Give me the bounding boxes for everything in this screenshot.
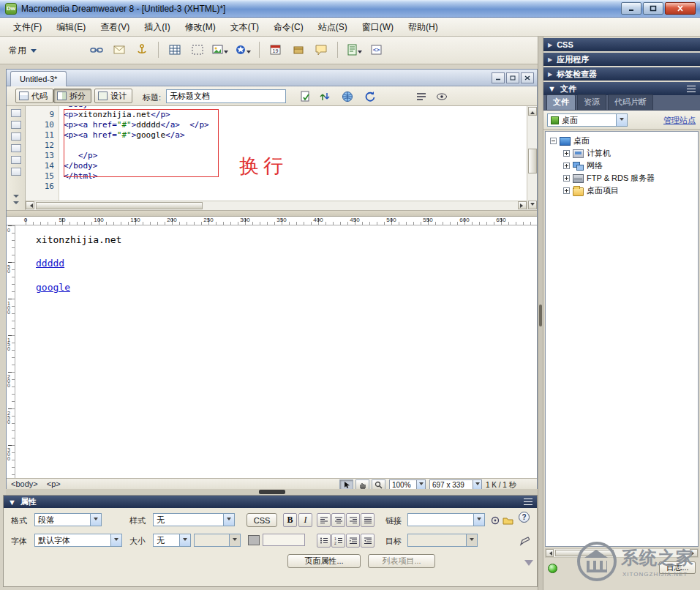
menu-item[interactable]: 编辑(E) (49, 18, 93, 36)
code-view-button[interactable]: 代码 (15, 89, 53, 103)
insert-table-icon[interactable] (166, 41, 184, 59)
server-include-icon[interactable] (290, 41, 307, 59)
menu-item[interactable]: 文本(T) (223, 18, 266, 36)
scroll-left-icon[interactable] (546, 549, 554, 557)
menu-item[interactable]: 修改(M) (178, 18, 223, 36)
select-tool-button[interactable] (339, 479, 353, 490)
menu-item[interactable]: 帮助(H) (401, 18, 445, 36)
comment-icon[interactable] (312, 41, 330, 59)
collapse-selection-icon[interactable] (11, 132, 21, 141)
format-combo[interactable]: 段落 (34, 513, 102, 526)
design-text[interactable]: xitonzhijia.net (36, 234, 121, 245)
select-parent-tag-icon[interactable] (11, 156, 21, 164)
italic-button[interactable]: I (298, 513, 312, 527)
outdent-icon[interactable] (346, 534, 360, 548)
doc-title-input[interactable] (166, 89, 286, 103)
zoom-tool-button[interactable] (372, 479, 385, 490)
named-anchor-icon[interactable] (133, 41, 151, 59)
scrollbar-thumb[interactable] (36, 202, 203, 209)
insert-image-icon[interactable] (211, 41, 229, 59)
scroll-down-icon[interactable] (528, 201, 537, 209)
scrollbar-thumb[interactable] (528, 149, 537, 173)
visual-aids-icon[interactable] (434, 89, 450, 104)
refresh-icon[interactable] (362, 89, 378, 104)
style-combo[interactable]: 无 (153, 513, 235, 526)
files-tab[interactable]: 文件 (546, 94, 576, 110)
color-hex-input[interactable] (263, 534, 305, 546)
split-view-button[interactable]: 拆分 (53, 89, 91, 103)
tree-item[interactable]: FTP & RDS 服务器 (546, 172, 698, 184)
insert-date-icon[interactable]: 19 (267, 41, 285, 59)
code-design-splitter[interactable] (7, 210, 537, 217)
files-panel-header[interactable]: ▼ 文件 (543, 82, 700, 95)
balance-braces-icon[interactable] (11, 168, 21, 176)
text-color-well[interactable] (248, 535, 260, 545)
scrollbar-thumb[interactable] (555, 550, 614, 556)
size-combo[interactable]: 无 (153, 534, 191, 547)
help-icon[interactable]: ? (519, 512, 530, 523)
panel-header[interactable]: ▶CSS (543, 38, 700, 51)
tree-expander[interactable] (563, 150, 570, 157)
code-vertical-scrollbar[interactable] (527, 106, 537, 210)
minimize-button[interactable] (621, 2, 641, 15)
coding-toolbar-overflow[interactable] (13, 195, 19, 207)
tree-item[interactable]: 计算机 (546, 147, 698, 160)
browse-folder-icon[interactable] (501, 513, 515, 527)
design-link[interactable]: google (36, 282, 70, 293)
hand-tool-button[interactable] (355, 479, 369, 490)
open-documents-icon[interactable] (11, 109, 21, 117)
css-button[interactable]: CSS (246, 513, 277, 527)
tree-expander[interactable] (563, 175, 570, 182)
panel-header[interactable]: ▶标签检查器 (543, 67, 700, 81)
target-combo[interactable] (407, 534, 478, 547)
tree-expander[interactable] (563, 187, 570, 194)
insert-category-dropdown[interactable]: 常用 (9, 45, 37, 57)
view-options-icon[interactable] (413, 89, 429, 104)
panel-menu-icon[interactable] (524, 498, 532, 505)
collapse-handle[interactable] (259, 490, 285, 494)
tree-expander[interactable] (550, 138, 557, 144)
doc-restore-button[interactable] (506, 72, 519, 83)
code-view-pane[interactable]: <body>9<p>xitonzhijia.net</p>10<p><a hre… (7, 106, 537, 210)
menu-item[interactable]: 站点(S) (311, 18, 355, 36)
file-management-icon[interactable] (317, 89, 333, 104)
tag-selector[interactable]: <p> (47, 479, 61, 488)
menu-item[interactable]: 文件(F) (6, 18, 49, 36)
panel-menu-icon[interactable] (687, 86, 696, 92)
site-combo[interactable]: 桌面 (547, 113, 628, 127)
expand-all-icon[interactable] (11, 144, 21, 152)
maximize-button[interactable] (643, 2, 663, 15)
design-view-pane[interactable]: 05 01 0 01 5 02 0 02 5 03 0 0 xitonzhiji… (7, 225, 537, 478)
templates-icon[interactable] (345, 41, 363, 59)
page-properties-button[interactable]: 页面属性... (287, 554, 361, 568)
point-to-file-icon[interactable] (488, 513, 502, 527)
panel-header[interactable]: ▶应用程序 (543, 53, 700, 66)
indent-icon[interactable] (361, 534, 375, 548)
window-size-combo[interactable]: 697 x 339 (429, 479, 482, 490)
collapse-tag-icon[interactable] (11, 121, 21, 129)
ordered-list-icon[interactable]: 12 (331, 534, 345, 548)
tag-chooser-icon[interactable]: <> (368, 41, 385, 59)
hyperlink-icon[interactable] (88, 41, 105, 59)
panel-dock-splitter[interactable] (538, 37, 543, 590)
font-combo[interactable]: 默认字体 (34, 534, 122, 547)
doc-minimize-button[interactable] (492, 72, 505, 83)
menu-item[interactable]: 插入(I) (137, 18, 177, 36)
menu-item[interactable]: 窗口(W) (355, 18, 401, 36)
close-button[interactable] (665, 2, 696, 15)
tree-horizontal-scrollbar[interactable] (545, 548, 699, 558)
doc-close-button[interactable] (521, 72, 534, 83)
scroll-right-icon[interactable] (518, 201, 527, 209)
menu-item[interactable]: 命令(C) (266, 18, 311, 36)
unordered-list-icon[interactable] (317, 534, 331, 548)
scroll-up-icon[interactable] (528, 107, 537, 116)
files-tab[interactable]: 代码片断 (608, 94, 653, 110)
splitter-grab-handle[interactable] (539, 305, 542, 326)
bold-button[interactable]: B (283, 513, 297, 527)
tree-item[interactable]: 桌面 (546, 135, 698, 147)
design-link[interactable]: ddddd (36, 258, 64, 269)
tree-item[interactable]: 桌面项目 (546, 184, 698, 197)
align-justify-icon[interactable] (361, 513, 375, 527)
link-combo[interactable] (407, 513, 485, 526)
list-item-button[interactable]: 列表项目... (368, 554, 435, 568)
